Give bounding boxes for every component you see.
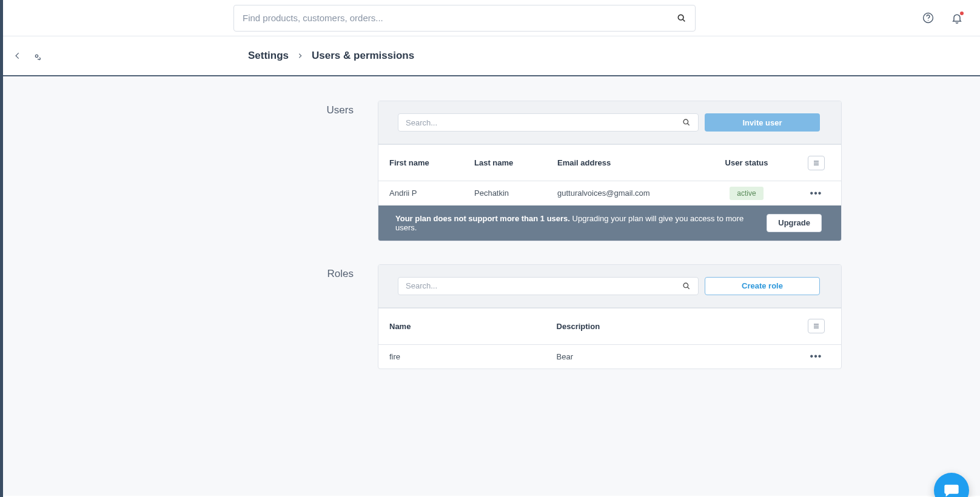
upgrade-notice: Your plan does not support more than 1 u… xyxy=(378,205,841,241)
upgrade-message-bold: Your plan does not support more than 1 u… xyxy=(395,214,570,223)
row-actions-button[interactable]: ••• xyxy=(810,351,822,362)
create-role-button[interactable]: Create role xyxy=(705,277,820,295)
left-accent-bar xyxy=(0,0,3,497)
status-badge: active xyxy=(730,187,763,200)
cell-role-name: fire xyxy=(378,344,546,369)
cell-last-name: Pechatkin xyxy=(463,181,546,205)
col-name: Name xyxy=(378,308,546,344)
search-icon xyxy=(682,282,691,290)
svg-line-6 xyxy=(688,124,690,125)
users-search[interactable] xyxy=(398,113,699,132)
cell-role-desc: Bear xyxy=(546,344,791,369)
users-columns-config-button[interactable] xyxy=(808,156,825,170)
col-actions xyxy=(791,308,841,344)
col-last-name: Last name xyxy=(463,145,546,181)
row-actions-button[interactable]: ••• xyxy=(810,188,822,199)
col-description: Description xyxy=(546,308,791,344)
search-icon xyxy=(677,13,686,23)
table-row[interactable]: fire Bear ••• xyxy=(378,344,841,369)
users-table-header: First name Last name Email address User … xyxy=(378,145,841,181)
help-icon xyxy=(922,12,934,24)
svg-point-5 xyxy=(683,119,688,124)
users-section: Users Invite user First name Last name E… xyxy=(138,101,842,241)
col-email: Email address xyxy=(546,145,702,181)
global-search[interactable] xyxy=(233,5,696,32)
search-icon xyxy=(682,118,691,127)
col-actions xyxy=(791,145,841,181)
roles-columns-config-button[interactable] xyxy=(808,319,825,333)
chat-icon xyxy=(943,482,960,497)
invite-user-button[interactable]: Invite user xyxy=(705,113,820,132)
users-table: First name Last name Email address User … xyxy=(378,144,841,205)
settings-gear-button[interactable] xyxy=(32,51,42,61)
chevron-right-icon xyxy=(297,53,303,59)
topbar xyxy=(0,0,980,36)
cell-first-name: Andrii P xyxy=(378,181,463,205)
cell-email: gutturalvoices@gmail.com xyxy=(546,181,702,205)
gear-icon xyxy=(32,51,42,61)
col-status: User status xyxy=(702,145,791,181)
help-button[interactable] xyxy=(922,12,934,24)
table-row[interactable]: Andrii P Pechatkin gutturalvoices@gmail.… xyxy=(378,181,841,205)
upgrade-button[interactable]: Upgrade xyxy=(767,214,822,232)
svg-point-4 xyxy=(35,55,38,57)
more-icon: ••• xyxy=(810,188,822,198)
svg-point-3 xyxy=(928,20,928,21)
more-icon: ••• xyxy=(810,351,822,361)
roles-section: Roles Create role Name Description xyxy=(138,264,842,370)
upgrade-message: Your plan does not support more than 1 u… xyxy=(395,214,767,232)
svg-line-1 xyxy=(683,19,685,21)
list-icon xyxy=(812,159,821,167)
roles-title: Roles xyxy=(138,264,378,370)
back-button[interactable] xyxy=(13,52,22,60)
svg-line-11 xyxy=(688,287,690,289)
page-body: Users Invite user First name Last name E… xyxy=(0,76,980,496)
global-search-input[interactable] xyxy=(243,13,677,23)
roles-table-header: Name Description xyxy=(378,308,841,344)
users-search-input[interactable] xyxy=(406,118,682,127)
roles-table: Name Description fire xyxy=(378,308,841,369)
col-first-name: First name xyxy=(378,145,463,181)
cell-status: active xyxy=(702,181,791,205)
chevron-left-icon xyxy=(13,52,22,60)
notifications-button[interactable] xyxy=(951,12,963,24)
svg-point-10 xyxy=(683,283,688,288)
svg-point-0 xyxy=(678,15,683,20)
breadcrumb-settings[interactable]: Settings xyxy=(248,50,289,62)
roles-panel: Create role Name Description xyxy=(378,264,842,370)
breadcrumb-current: Users & permissions xyxy=(312,50,414,62)
users-title: Users xyxy=(138,101,378,241)
users-toolbar: Invite user xyxy=(378,101,841,144)
users-panel: Invite user First name Last name Email a… xyxy=(378,101,842,241)
breadcrumb-bar: Settings Users & permissions xyxy=(0,36,980,76)
notification-indicator xyxy=(960,12,964,15)
list-icon xyxy=(812,322,821,330)
roles-search-input[interactable] xyxy=(406,281,682,290)
roles-search[interactable] xyxy=(398,277,699,295)
roles-toolbar: Create role xyxy=(378,265,841,308)
breadcrumb: Settings Users & permissions xyxy=(248,50,414,62)
